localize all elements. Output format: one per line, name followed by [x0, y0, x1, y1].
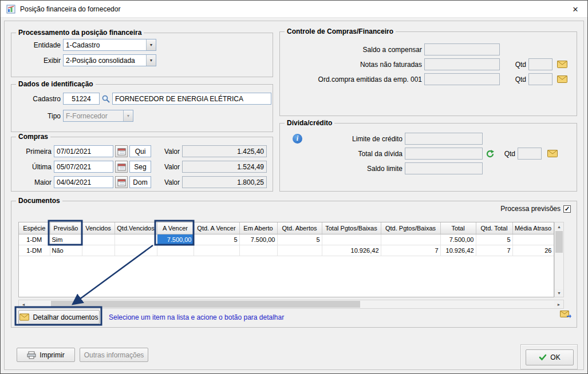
scroll-left-icon[interactable]: ◄ — [19, 300, 28, 308]
cell-previsao[interactable]: Não — [50, 245, 82, 256]
col-qtd-vencidos[interactable]: Qtd.Vencidos — [115, 222, 157, 234]
saldo-compensar-label: Saldo a compensar — [285, 46, 422, 54]
calendar-icon[interactable] — [115, 161, 128, 173]
close-icon[interactable]: ✕ — [563, 1, 587, 18]
compra-maior-date-field[interactable]: 04/04/2021 — [54, 176, 113, 188]
cell-a-vencer[interactable] — [157, 245, 194, 256]
cell-total[interactable]: 10.926,42 — [440, 245, 476, 256]
cell-a-vencer[interactable]: 7.500,00 — [157, 234, 194, 245]
cell-qtd-vencidos[interactable] — [115, 245, 157, 256]
cell-qtd-pgtos-baixas[interactable] — [381, 234, 440, 245]
mail-detail-icon[interactable] — [557, 75, 567, 83]
col-qtd-abertos[interactable]: Qtd. Abertos — [277, 222, 322, 234]
documents-table[interactable]: Espécie Previsão Vencidos Qtd.Vencidos A… — [18, 222, 554, 297]
compra-primeira-label: Primeira — [16, 148, 52, 156]
group-divida-credito: Dívida/crédito i Limite de crédito Total… — [279, 123, 577, 192]
col-especie[interactable]: Espécie — [19, 222, 50, 234]
cell-em-aberto[interactable]: 7.500,00 — [239, 234, 277, 245]
cadastro-nome-field[interactable]: FORNECEDOR DE ENERGIA ELÉTRICA — [112, 93, 271, 105]
ok-button[interactable]: OK — [526, 349, 574, 365]
calendar-icon[interactable] — [115, 176, 128, 188]
cell-qtd-total[interactable]: 7 — [476, 245, 512, 256]
cell-em-aberto[interactable] — [239, 245, 277, 256]
chevron-down-icon[interactable]: ▼ — [146, 39, 156, 50]
col-em-aberto[interactable]: Em Aberto — [239, 222, 277, 234]
processa-previsoes-label: Processa previsões — [500, 205, 561, 213]
compra-maior-valor-field: 1.800,25 — [182, 176, 267, 188]
cell-qtd-abertos[interactable] — [277, 245, 322, 256]
compra-ultima-date-field[interactable]: 05/07/2021 — [54, 161, 113, 173]
divida-qtd-field — [518, 148, 542, 160]
ord-compra-row: Ord.compra emitidas da emp. 001 Qtd — [285, 73, 567, 85]
mail-detail-icon[interactable] — [547, 150, 558, 157]
col-total[interactable]: Total — [440, 222, 476, 234]
col-total-pgtos-baixas[interactable]: Total Pgtos/Baixas — [322, 222, 381, 234]
table-horizontal-scrollbar[interactable]: ◄ ► — [18, 300, 564, 309]
imprimir-button[interactable]: Imprimir — [17, 348, 75, 362]
col-qtd-pgtos-baixas[interactable]: Qtd. Pgtos/Baixas — [381, 222, 440, 234]
vertical-scroll-thumb[interactable] — [555, 231, 563, 253]
group-documentos-title: Documentos — [16, 197, 62, 205]
cell-media-atraso[interactable]: 26 — [512, 245, 554, 256]
compra-ultima-valor-field: 1.524,49 — [182, 161, 267, 173]
scroll-up-icon[interactable]: ▲ — [555, 222, 563, 230]
col-vencidos[interactable]: Vencidos — [82, 222, 115, 234]
cell-media-atraso[interactable] — [512, 234, 554, 245]
horizontal-scroll-thumb[interactable] — [51, 301, 360, 308]
scroll-down-icon[interactable]: ▼ — [555, 289, 563, 297]
compra-maior-label: Maior — [16, 178, 52, 186]
exibir-select[interactable]: 2-Posição consolidada ▼ — [63, 54, 156, 66]
mail-forward-icon[interactable] — [560, 310, 571, 319]
col-previsao[interactable]: Previsão — [50, 222, 82, 234]
cell-qtd-a-vencer[interactable] — [194, 245, 239, 256]
cell-vencidos[interactable] — [82, 245, 115, 256]
detalhar-documentos-button[interactable]: Detalhar documentos — [18, 310, 100, 324]
horizontal-scroll-track[interactable] — [28, 300, 554, 308]
cell-qtd-abertos[interactable]: 5 — [277, 234, 322, 245]
entidade-label: Entidade — [16, 41, 61, 49]
cadastro-label: Cadastro — [16, 95, 61, 103]
table-row[interactable]: 1-DM Sim 7.500,00 5 7.500,00 5 7.500,00 … — [19, 234, 554, 245]
compra-primeira-date-field[interactable]: 07/01/2021 — [54, 145, 113, 157]
mail-detail-icon[interactable] — [557, 61, 567, 68]
tipo-select: F-Fornecedor ▼ — [63, 110, 133, 122]
cell-especie[interactable]: 1-DM — [19, 234, 50, 245]
cell-previsao[interactable]: Sim — [50, 234, 82, 245]
table-row[interactable]: 1-DM Não 10.926,42 7 10.926,42 7 26 — [19, 245, 554, 256]
ord-compra-field — [424, 73, 500, 85]
processa-previsoes-checkbox[interactable]: ✓ — [563, 205, 571, 213]
tipo-label: Tipo — [16, 112, 61, 120]
cell-qtd-a-vencer[interactable]: 5 — [194, 234, 239, 245]
cell-qtd-pgtos-baixas[interactable]: 7 — [381, 245, 440, 256]
valor-label: Valor — [156, 178, 180, 186]
col-a-vencer[interactable]: A Vencer — [157, 222, 194, 234]
tipo-row: Tipo F-Fornecedor ▼ — [16, 110, 133, 122]
compra-primeira-day-field: Qui — [129, 145, 151, 157]
cell-total-pgtos-baixas[interactable]: 10.926,42 — [322, 245, 381, 256]
day-value: Seg — [134, 163, 146, 171]
table-vertical-scrollbar[interactable]: ▲ ▼ — [554, 222, 564, 297]
title-bar: Posição financeira do fornecedor ✕ — [1, 1, 587, 18]
chevron-down-icon[interactable]: ▼ — [146, 55, 156, 66]
limite-credito-row: Limite de crédito — [285, 133, 483, 145]
printer-icon — [27, 351, 36, 359]
group-controle-title: Controle de Compras/Financeiro — [285, 27, 396, 35]
scroll-right-icon[interactable]: ► — [554, 300, 563, 308]
cell-qtd-total[interactable]: 5 — [476, 234, 512, 245]
col-qtd-a-vencer[interactable]: Qtd. A Vencer — [194, 222, 239, 234]
cadastro-codigo-field[interactable]: 51224 — [63, 93, 100, 105]
saldo-limite-field — [405, 162, 483, 174]
cell-vencidos[interactable] — [82, 234, 115, 245]
col-media-atraso[interactable]: Média Atraso — [512, 222, 554, 234]
cell-qtd-vencidos[interactable] — [115, 234, 157, 245]
search-icon[interactable] — [101, 94, 111, 104]
cell-total-pgtos-baixas[interactable] — [322, 234, 381, 245]
refresh-icon[interactable] — [486, 149, 495, 158]
exibir-row: Exibir 2-Posição consolidada ▼ — [16, 54, 156, 66]
cell-especie[interactable]: 1-DM — [19, 245, 50, 256]
col-qtd-total[interactable]: Qtd. Total — [476, 222, 512, 234]
cell-total[interactable]: 7.500,00 — [440, 234, 476, 245]
detalhar-hint-text: Selecione um item na lista e acione o bo… — [109, 313, 284, 321]
calendar-icon[interactable] — [115, 145, 128, 157]
entidade-select[interactable]: 1-Cadastro ▼ — [63, 39, 156, 51]
